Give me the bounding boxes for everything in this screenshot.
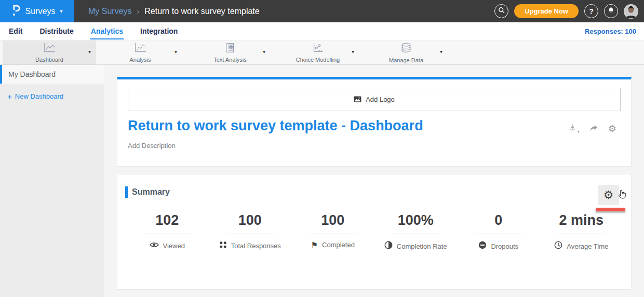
divider: [225, 234, 275, 234]
add-description-placeholder[interactable]: Add Description: [128, 142, 176, 150]
scatter-chart-icon: [311, 42, 325, 56]
stat-value: 0: [457, 212, 540, 228]
chevron-down-icon[interactable]: ▾: [263, 49, 265, 55]
search-icon: [498, 7, 505, 16]
toolbar-item-text-analysis[interactable]: Text Analysis: [199, 40, 261, 64]
stat-value: 102: [126, 212, 209, 228]
stat-total-responses: 100 Total Responses: [209, 212, 292, 251]
clock-icon: [554, 241, 562, 251]
document-grid-icon: [224, 42, 236, 56]
toolbar-item-label: Choice Modelling: [296, 57, 340, 63]
flag-icon: ⚑: [311, 241, 318, 249]
minus-circle-icon: [478, 241, 487, 251]
breadcrumb-separator: ›: [137, 7, 140, 16]
top-bar: Surveys ▾ My Surveys › Return to work su…: [0, 0, 644, 22]
tab-integration[interactable]: Integration: [140, 23, 178, 39]
hand-cursor-icon: [617, 189, 627, 202]
contrast-circle-icon: [384, 241, 393, 251]
chevron-down-icon[interactable]: ▾: [352, 49, 354, 55]
topbar-actions: Upgrade Now ?: [494, 0, 638, 22]
tab-distribute[interactable]: Distribute: [39, 23, 74, 39]
survey-tabs-row: Edit Distribute Analytics Integration Re…: [0, 22, 644, 40]
eye-icon: [150, 241, 159, 250]
divider: [391, 234, 440, 234]
summary-header: Summary: [125, 186, 170, 198]
dashboard-actions: ▾ ⚙: [568, 123, 616, 134]
stat-value: 100: [291, 212, 374, 228]
chevron-down-icon[interactable]: ▾: [440, 49, 442, 55]
toolbar-item-dashboard[interactable]: Dashboard ▾: [3, 40, 96, 64]
divider: [474, 234, 524, 234]
database-icon: [400, 42, 412, 56]
divider: [308, 234, 358, 234]
breadcrumb-my-surveys[interactable]: My Surveys: [88, 7, 132, 16]
stat-average-time: 2 mins Average Time: [540, 212, 623, 251]
dashboard-header-card: Add Logo Return to work survey template …: [117, 77, 632, 167]
new-dashboard-button[interactable]: + New Dashboard: [7, 92, 104, 101]
notifications-button[interactable]: [604, 4, 618, 18]
gear-icon: ⚙: [603, 190, 614, 201]
breadcrumb: My Surveys › Return to work survey templ…: [88, 7, 260, 16]
settings-button[interactable]: ⚙: [608, 124, 616, 133]
toolbar-item-manage-data[interactable]: Manage Data: [375, 40, 437, 64]
new-dashboard-label: New Dashboard: [15, 92, 63, 100]
download-icon: [568, 123, 576, 134]
share-button[interactable]: [589, 124, 599, 134]
section-accent-bar: [125, 186, 128, 198]
chevron-down-icon: ▾: [60, 8, 62, 14]
summary-card: Summary ⚙ 102 Viewed 100: [117, 174, 632, 290]
stat-label: Completion Rate: [397, 242, 447, 250]
responses-count[interactable]: Responses: 100: [585, 28, 636, 35]
summary-stats: 102 Viewed 100 Total Responses 100: [126, 212, 623, 251]
add-logo-dropzone[interactable]: Add Logo: [128, 88, 621, 111]
stat-label: Dropouts: [491, 242, 518, 250]
summary-settings-button[interactable]: ⚙: [598, 185, 619, 205]
stat-completed: 100 ⚑ Completed: [291, 212, 374, 251]
plus-icon: +: [7, 92, 12, 101]
stat-label: Average Time: [567, 242, 608, 250]
tab-edit[interactable]: Edit: [8, 23, 23, 39]
chevron-down-icon[interactable]: ▾: [88, 49, 91, 55]
question-mark-icon: ?: [589, 7, 594, 16]
stat-value: 100%: [374, 212, 458, 228]
image-icon: [354, 95, 361, 104]
grid-dots-icon: [219, 241, 227, 251]
add-logo-label: Add Logo: [366, 96, 395, 103]
toolbar-item-label: Manage Data: [389, 57, 423, 63]
stat-label: Completed: [322, 241, 355, 249]
gear-icon: ⚙: [608, 124, 616, 133]
stat-label: Viewed: [163, 242, 185, 250]
avatar[interactable]: [624, 4, 638, 19]
sidebar-item-my-dashboard[interactable]: My Dashboard: [0, 65, 104, 84]
upgrade-now-button[interactable]: Upgrade Now: [514, 4, 579, 18]
toolbar-item-label: Analysis: [130, 57, 151, 63]
highlight-underline: [596, 208, 625, 211]
search-button[interactable]: [494, 4, 508, 18]
stat-value: 100: [209, 212, 292, 228]
tab-analytics[interactable]: Analytics: [90, 23, 124, 39]
dashboard-sidebar: My Dashboard + New Dashboard: [0, 65, 104, 297]
trend-chart-icon: [133, 42, 147, 56]
stat-viewed: 102 Viewed: [126, 212, 209, 251]
dashboard-title[interactable]: Return to work survey template - Dashboa…: [128, 118, 423, 134]
divider: [556, 234, 606, 234]
breadcrumb-current: Return to work survey template: [144, 7, 259, 16]
help-button[interactable]: ?: [584, 4, 598, 18]
download-button[interactable]: ▾: [568, 123, 580, 134]
analytics-toolbar: Dashboard ▾ Analysis ▾ Text Analysis ▾ C…: [0, 40, 644, 65]
chevron-down-icon: ▾: [578, 129, 580, 134]
sidebar-item-label: My Dashboard: [8, 70, 56, 78]
toolbar-item-analysis[interactable]: Analysis: [112, 40, 169, 64]
summary-title: Summary: [132, 187, 170, 197]
stat-completion-rate: 100% Completion Rate: [374, 212, 458, 251]
toolbar-item-choice-modelling[interactable]: Choice Modelling: [284, 40, 352, 64]
toolbar-item-label: Text Analysis: [213, 57, 247, 63]
chevron-down-icon[interactable]: ▾: [175, 49, 177, 55]
app-logo-menu[interactable]: Surveys ▾: [0, 0, 74, 22]
line-chart-icon: [43, 42, 57, 56]
product-name: Surveys: [25, 7, 56, 16]
stat-dropouts: 0 Dropouts: [457, 212, 540, 251]
stat-label: Total Responses: [231, 242, 281, 250]
survey-tabs: Edit Distribute Analytics Integration: [0, 23, 178, 39]
share-arrow-icon: [589, 124, 599, 134]
